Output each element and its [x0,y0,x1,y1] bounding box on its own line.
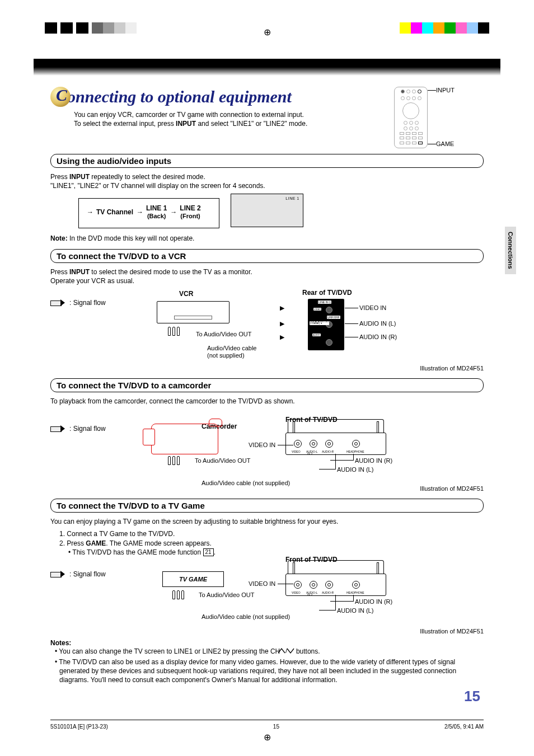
signal-flow-arrow-icon [50,425,66,432]
tv-screen-preview: LINE 1 [231,194,303,227]
color-registration-marks [400,22,489,34]
mode-cycle-diagram: → TV Channel → LINE 1(Back) → LINE 2(Fro… [78,198,219,228]
front-panel-icon: VIDEO AUDIO-L AUDIO-R IN 2 HEADPHONE [285,560,386,597]
signal-flow-arrow-icon [50,299,66,306]
remote-diagram: INPUT GAME [394,87,484,148]
bw-registration-marks [45,22,137,34]
signal-flow-label: : Signal flow [69,570,106,578]
footer-timestamp: 2/5/05, 9:41 AM [444,724,484,730]
tvgame-text: You can enjoy playing a TV game on the s… [50,517,484,526]
av-inputs-text: Press INPUT repeatedly to select the des… [50,172,484,190]
vcr-diagram: : Signal flow VCR To Audio/Video OUT Aud… [50,289,484,373]
footer-page: 15 [273,724,279,730]
section-tab: Connections [505,227,516,274]
header-gradient [34,59,500,76]
registration-target-icon: ⊕ [34,732,500,743]
page-number: 15 [50,688,484,705]
front-panel-icon: VIDEO AUDIO-L AUDIO-R IN 2 HEADPHONE [285,419,386,456]
camcorder-device-icon [151,424,218,454]
registration-target-icon: ⊕ [264,27,271,37]
footer: 5S10101A [E] (P13-23) 15 2/5/05, 9:41 AM [34,720,500,730]
signal-flow-arrow-icon [50,571,66,577]
signal-flow-label: : Signal flow [69,425,106,433]
camcorder-text: To playback from the camcorder, connect … [50,397,484,406]
illustration-credit: Illustration of MD24F51 [420,485,484,492]
section-heading-vcr: To connect the TV/DVD to a VCR [50,249,484,263]
signal-flow-label: : Signal flow [69,299,106,307]
page-ref-icon: 21 [203,548,214,556]
rear-panel-icon: LINE IN 1 VIDEO UHF/VHF DIGITAL AUDIO OU… [308,299,344,350]
section-heading-av-inputs: Using the audio/video inputs [50,154,484,168]
illustration-credit: Illustration of MD24F51 [420,628,484,635]
footer-doc-id: 5S10101A [E] (P13-23) [50,724,108,730]
illustration-credit: Illustration of MD24F51 [420,365,484,372]
tvgame-diagram: : Signal flow TV GAME To Audio/Video OUT… [50,560,484,636]
intro-text: You can enjoy VCR, camcorder or TV game … [74,110,309,128]
remote-input-label: INPUT [436,87,455,93]
remote-game-label: GAME [436,140,454,147]
camcorder-diagram: : Signal flow Camcorder To Audio/Video O… [50,409,484,493]
title-initial-cap-icon [50,87,71,107]
section-heading-tvgame: To connect the TV/DVD to a TV Game [50,499,484,513]
av-inputs-note: Note: In the DVD mode this key will not … [50,234,484,243]
tvgame-steps: 1. Connect a TV Game to the TV/DVD. 2. P… [50,529,484,557]
notes-block: Notes: • You can also change the TV scre… [50,639,484,684]
vcr-text: Press INPUT to select the desired mode t… [50,267,484,285]
section-heading-camcorder: To connect the TV/DVD to a camcorder [50,378,484,392]
tvgame-device-icon: TV GAME [162,571,224,587]
channel-up-down-icon: / [282,647,294,656]
page-title: onnecting to optional equipment [50,87,383,107]
vcr-device-icon [157,301,229,323]
crop-marks: ⊕ [34,22,500,50]
